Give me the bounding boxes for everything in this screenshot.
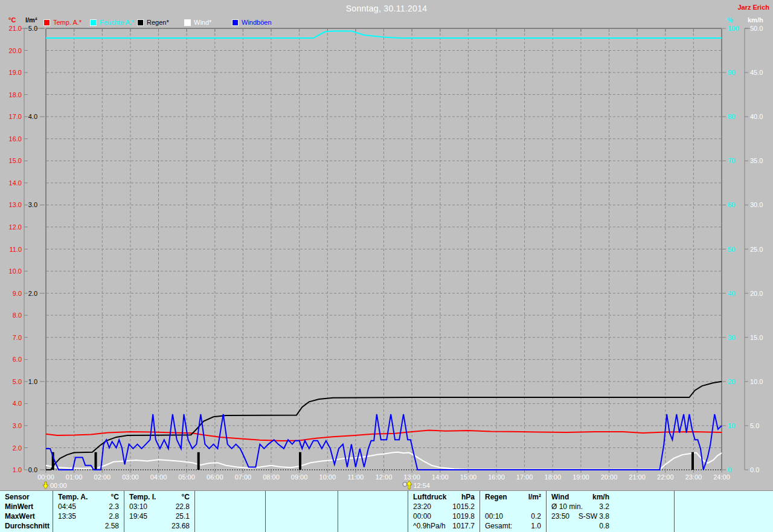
table-cell-temp_a-row3: 2.58 — [53, 521, 124, 531]
text: 5.0 — [28, 25, 37, 32]
cell-value: 1019.8 — [452, 511, 475, 521]
cell-time-label: Ø 10 min. — [551, 502, 583, 511]
text: 50.0 — [750, 25, 763, 32]
table-col-empty — [266, 491, 338, 532]
cell-value: 1.0 — [531, 521, 541, 531]
table-cell-wind-row3: 0.8 — [547, 521, 614, 531]
text: 00:00 — [37, 473, 54, 481]
text: 0.0 — [750, 466, 759, 473]
summary-table: SensorMinWertMaxWertDurchschnittTemp. A.… — [0, 490, 773, 532]
cell-time-label: Regen — [485, 492, 507, 502]
text: 30.0 — [750, 201, 763, 208]
moon-icon — [403, 482, 407, 487]
text: 20 — [728, 378, 735, 385]
moonrise-arrow-icon — [406, 481, 412, 489]
text: 10 — [728, 422, 735, 429]
cell-time-label: Temp. A. — [58, 492, 88, 502]
cell-value: 2.3 — [109, 502, 119, 511]
text: 12:00 — [376, 473, 393, 481]
table-col-row-headers: SensorMinWertMaxWertDurchschnitt — [0, 491, 53, 532]
text: 07:00 — [235, 473, 252, 481]
text: 15.0 — [750, 334, 763, 341]
rect — [95, 452, 97, 470]
cell-value: km/h — [592, 492, 609, 502]
text: 40.0 — [750, 113, 763, 120]
cell-time-label: 00:10 — [485, 511, 503, 521]
text: 18:00 — [545, 473, 562, 481]
table-cell-luftdruck-row1: 23:201015.2 — [408, 502, 480, 511]
text: 20:00 — [601, 473, 618, 481]
text: 01:00 — [66, 473, 83, 481]
rect — [299, 452, 301, 470]
text: 50 — [728, 246, 735, 253]
table-cell-regen-row3: Gesamt:1.0 — [480, 521, 546, 531]
cell-time-label: ^0.9hPa/h — [413, 521, 446, 531]
cell-value: 25.1 — [176, 511, 190, 521]
table-cell-temp_a-row2: 13:352.8 — [53, 511, 124, 521]
table-row-header: MaxWert — [0, 511, 53, 521]
table-row-header: Durchschnitt — [0, 521, 53, 531]
table-col-luftdruck: LuftdruckhPa23:201015.200:001019.8^0.9hP… — [408, 491, 480, 532]
text: 8.0 — [13, 312, 22, 319]
table-cell-regen-row1 — [480, 502, 546, 511]
text: 20.0 — [9, 47, 22, 54]
text: 05:00 — [178, 473, 195, 481]
table-cell-regen-row0: Regenl/m² — [480, 492, 546, 502]
cell-value: 0.2 — [531, 511, 541, 521]
text: 24:00 — [713, 473, 730, 481]
table-cell-temp_i-row0: Temp. I.°C — [124, 492, 194, 502]
text: 21:00 — [629, 473, 646, 481]
text: 100 — [728, 25, 739, 32]
text: 17:00 — [516, 473, 533, 481]
axis-wind: 0.05.010.015.020.025.030.035.040.045.050… — [745, 25, 763, 473]
cell-value: 1015.2 — [452, 502, 475, 511]
table-cell-wind-row0: Windkm/h — [547, 492, 614, 502]
text: 10.0 — [9, 268, 22, 275]
table-col-empty — [195, 491, 266, 532]
axis-rain: 0.01.02.03.04.05.0 — [28, 25, 45, 473]
cell-value: 22.8 — [176, 502, 190, 511]
text: 08:00 — [263, 473, 280, 481]
text: 3.0 — [13, 422, 22, 429]
cell-value: 2.8 — [109, 511, 119, 521]
text: 21.0 — [9, 25, 22, 32]
text: 11.0 — [9, 246, 22, 253]
cell-value: 0.8 — [599, 521, 609, 531]
cell-value: l/m² — [528, 492, 541, 502]
text: 14.0 — [9, 179, 22, 187]
table-cell-regen-row2: 00:100.2 — [480, 511, 546, 521]
cell-time-label: Luftdruck — [413, 492, 446, 502]
table-row-header: Sensor — [0, 492, 53, 502]
text: 25.0 — [750, 246, 763, 253]
text: 18.0 — [9, 91, 22, 98]
text: 4.0 — [28, 113, 37, 120]
text: 0.0 — [28, 466, 37, 473]
cell-time-label: 03:10 — [129, 502, 147, 511]
cell-time-label: Wind — [551, 492, 569, 502]
table-cell-luftdruck-row0: LuftdruckhPa — [408, 492, 480, 502]
text: 70 — [728, 157, 735, 164]
text: 90 — [728, 69, 735, 76]
chart-plot[interactable]: 1.02.03.04.05.06.07.08.09.010.011.012.01… — [0, 0, 773, 490]
text: 11:00 — [348, 473, 364, 481]
axis-time-labels: 00:0001:0002:0003:0004:0005:0006:0007:00… — [37, 473, 730, 481]
text: 45.0 — [750, 69, 763, 76]
text: 16.0 — [9, 135, 22, 143]
text: 35.0 — [750, 157, 763, 164]
text: 7.0 — [13, 334, 22, 341]
text: 22:00 — [657, 473, 674, 481]
day-event-markers: 00:0012:54 — [43, 481, 430, 489]
table-col-temp_i: Temp. I.°C03:1022.819:4525.123.68 — [124, 491, 195, 532]
text: 02:00 — [94, 473, 111, 481]
text: 15:00 — [460, 473, 477, 481]
cell-time-label: Temp. I. — [129, 492, 156, 502]
table-cell-temp_a-row1: 04:452.3 — [53, 502, 124, 511]
table-cell-luftdruck-row3: ^0.9hPa/h1017.7 — [408, 521, 480, 531]
text: 13:00 — [403, 473, 420, 481]
table-col-temp_a: Temp. A.°C04:452.313:352.82.58 — [53, 491, 124, 532]
rect — [197, 452, 200, 470]
cell-value: hPa — [461, 492, 475, 502]
text: 2.0 — [28, 290, 37, 297]
cell-time-label: 19:45 — [129, 511, 147, 521]
text: 5.0 — [13, 378, 22, 385]
